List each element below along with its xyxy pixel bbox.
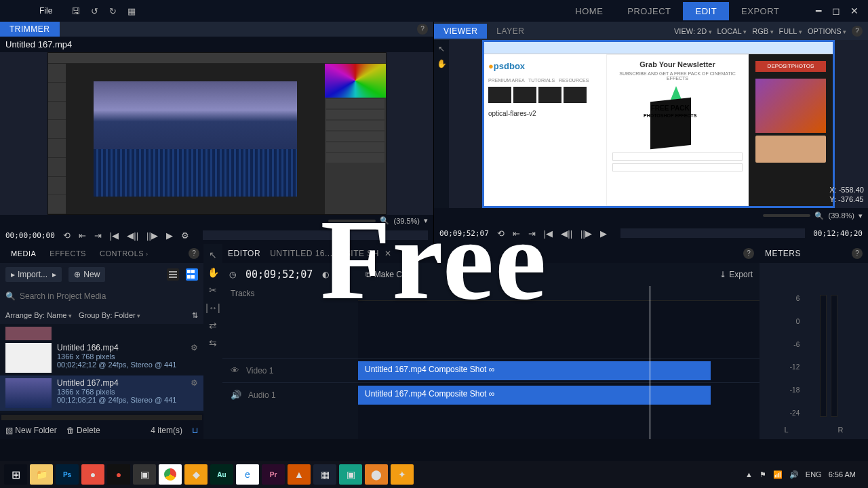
full-drop[interactable]: FULL <box>779 27 802 35</box>
grid-view-icon[interactable] <box>186 268 198 281</box>
gear-icon[interactable]: ⚙ <box>191 343 198 352</box>
app-icon[interactable]: ◆ <box>184 464 208 485</box>
help-icon[interactable]: ? <box>852 248 863 259</box>
go-start-icon[interactable]: |◀ <box>110 230 119 241</box>
tab-effects[interactable]: EFFECTS <box>43 247 93 260</box>
arrange-drop[interactable]: Arrange By: Name <box>5 311 72 319</box>
tray-up-icon[interactable]: ▲ <box>745 470 753 479</box>
viewer-ruler[interactable] <box>620 228 805 238</box>
next-frame-icon[interactable]: ||▶ <box>580 228 592 239</box>
nav-home[interactable]: HOME <box>563 2 615 20</box>
rgb-drop[interactable]: RGB <box>752 27 773 35</box>
help-icon[interactable]: ? <box>743 248 754 259</box>
app-icon[interactable]: ▲ <box>288 464 311 485</box>
trimmer-ruler[interactable] <box>203 230 428 240</box>
meters-tab[interactable]: METERS <box>765 249 801 258</box>
tray-lang[interactable]: ENG <box>806 470 822 479</box>
tray-network-icon[interactable]: 📶 <box>773 470 783 479</box>
magnet-icon[interactable]: ⊔ <box>192 426 198 435</box>
list-item[interactable] <box>0 324 203 340</box>
rate-tool-icon[interactable]: ⇄ <box>209 320 217 331</box>
layer-tab[interactable]: LAYER <box>487 24 534 39</box>
viewer-tab[interactable]: VIEWER <box>434 24 487 39</box>
hand-tool-icon[interactable]: ✋ <box>208 267 219 278</box>
link-tool-icon[interactable]: ⇆ <box>209 338 217 348</box>
zoom-chevron-icon[interactable]: ▾ <box>859 211 863 220</box>
list-item[interactable]: Untitled 166.mp4 1366 x 768 pixels 00;02… <box>0 340 203 375</box>
snap-tool-icon[interactable]: |↔| <box>205 302 220 313</box>
app-icon[interactable]: ⬤ <box>365 464 388 485</box>
import-button[interactable]: ▸ Import... ▸ <box>5 267 62 282</box>
pointer-tool-icon[interactable]: ↖ <box>438 44 445 54</box>
premiere-icon[interactable]: Pr <box>262 464 285 485</box>
tray-volume-icon[interactable]: 🔊 <box>789 470 799 479</box>
maximize-icon[interactable]: ◻ <box>832 5 840 16</box>
editor-clip-tab[interactable]: UNTITLED 16...POSITE SH ✕ <box>270 249 391 258</box>
search-input[interactable] <box>20 291 198 301</box>
nav-export[interactable]: EXPORT <box>729 2 791 20</box>
viewer-preview[interactable]: ●psdbox PREMIUM AREA TUTORIALS RESOURCES… <box>449 40 868 208</box>
in-point-icon[interactable]: ⇤ <box>513 228 520 239</box>
timeline-ruler[interactable] <box>358 286 760 301</box>
tray-time[interactable]: 6:56 AM <box>829 470 856 479</box>
audio-clip[interactable]: Untitled 167.mp4 Composite Shot ∞ <box>358 386 711 405</box>
nav-project[interactable]: PROJECT <box>615 2 683 20</box>
options-drop[interactable]: OPTIONS <box>808 27 846 35</box>
go-start-icon[interactable]: |◀ <box>544 228 553 239</box>
group-drop[interactable]: Group By: Folder <box>79 311 140 319</box>
save-icon[interactable]: 🖫 <box>71 6 80 16</box>
app-icon[interactable]: ▣ <box>133 464 156 485</box>
slice-tool-icon[interactable]: ✂ <box>209 285 217 296</box>
make-composite-button[interactable]: ⧉ Make C <box>366 270 402 279</box>
local-drop[interactable]: LOCAL <box>717 27 747 35</box>
loop-icon[interactable]: ⟲ <box>63 230 71 241</box>
app-icon[interactable]: ▣ <box>339 464 362 485</box>
video-clip[interactable]: Untitled 167.mp4 Composite Shot ∞ <box>358 361 711 380</box>
undo-icon[interactable]: ↺ <box>91 6 98 16</box>
photoshop-icon[interactable]: Ps <box>56 464 79 485</box>
list-view-icon[interactable] <box>167 268 179 281</box>
playhead[interactable] <box>650 286 650 439</box>
editor-timecode[interactable]: 00;09;52;07 <box>245 268 313 281</box>
prev-frame-icon[interactable]: ◀|| <box>561 228 572 239</box>
explorer-icon[interactable]: 📁 <box>30 464 53 485</box>
chrome-icon[interactable] <box>159 464 182 485</box>
trimmer-preview[interactable] <box>0 52 433 215</box>
app-icon[interactable]: ● <box>107 464 130 485</box>
tab-media[interactable]: MEDIA <box>4 247 43 260</box>
zoom-search-icon[interactable]: 🔍 <box>814 211 824 220</box>
new-folder-button[interactable]: ▧ New Folder <box>5 426 57 435</box>
help-icon[interactable]: ? <box>417 24 428 35</box>
redo-icon[interactable]: ↻ <box>109 6 117 16</box>
sort-icon[interactable]: ⇅ <box>192 311 198 320</box>
scrollbar[interactable] <box>1 415 202 420</box>
speaker-icon[interactable]: 🔊 <box>231 390 241 400</box>
export-button[interactable]: ⤓ Export <box>719 270 753 279</box>
delete-button[interactable]: 🗑 Delete <box>66 426 100 435</box>
nav-edit[interactable]: EDIT <box>683 2 729 20</box>
app-icon[interactable]: ▦ <box>313 464 336 485</box>
loop-icon[interactable]: ⟲ <box>497 228 505 239</box>
hitfilm-icon[interactable]: ✦ <box>391 464 414 485</box>
audition-icon[interactable]: Au <box>210 464 233 485</box>
grid-icon[interactable]: ▦ <box>127 6 136 16</box>
zoom-slider[interactable] <box>763 214 810 217</box>
play-icon[interactable]: ▶ <box>166 230 173 241</box>
in-point-icon[interactable]: ⇤ <box>79 230 86 241</box>
zoom-slider[interactable] <box>328 220 376 222</box>
play-icon[interactable]: ▶ <box>600 228 607 239</box>
help-icon[interactable]: ? <box>189 248 199 259</box>
tab-controls[interactable]: CONTROLS › <box>93 247 155 260</box>
view-mode-drop[interactable]: VIEW: 2D <box>674 27 712 35</box>
gear-icon[interactable]: ⚙ <box>191 378 198 388</box>
hand-tool-icon[interactable]: ✋ <box>437 59 447 68</box>
new-button[interactable]: ⊕ New <box>68 267 105 282</box>
next-frame-icon[interactable]: ||▶ <box>146 230 158 241</box>
app-icon[interactable]: ● <box>81 464 104 485</box>
audio-track[interactable]: Untitled 167.mp4 Composite Shot ∞ <box>358 382 760 407</box>
eye-icon[interactable]: 👁 <box>231 365 239 375</box>
menu-file[interactable]: File <box>39 6 52 16</box>
marker-icon[interactable]: ◐ <box>322 270 329 279</box>
zoom-chevron-icon[interactable]: ▾ <box>424 216 428 225</box>
video-track[interactable]: Untitled 167.mp4 Composite Shot ∞ <box>358 358 760 382</box>
